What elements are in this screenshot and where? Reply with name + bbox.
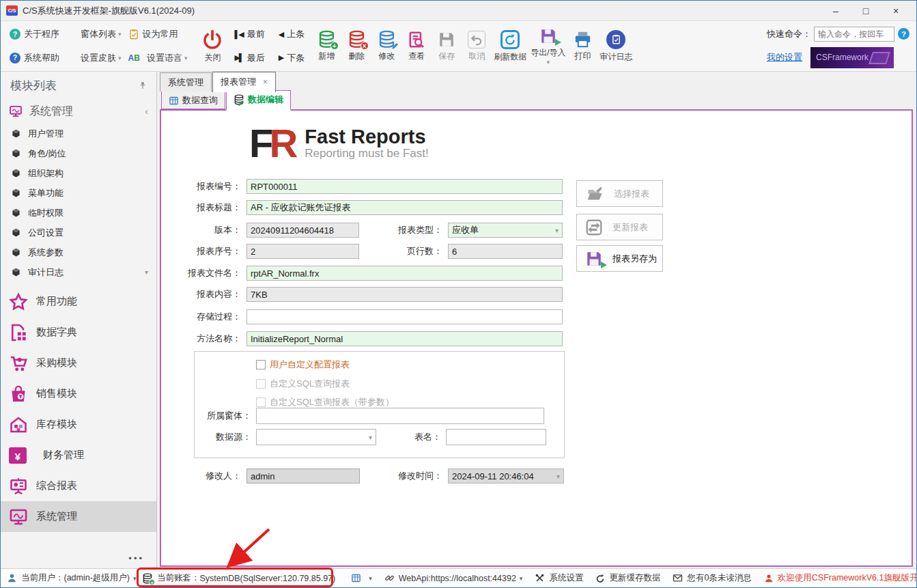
quick-command-label: 快速命令： xyxy=(767,28,811,40)
nav-last-button[interactable]: ▶▌ 最后 xyxy=(231,48,267,68)
save-button[interactable]: 保存 xyxy=(432,23,462,70)
nav-first-button[interactable]: ▌◀ 最前 xyxy=(231,24,267,44)
report-type-combo[interactable]: 应收单▾ xyxy=(448,223,563,238)
sidebar-item-menus[interactable]: 菜单功能 xyxy=(1,183,156,203)
user-icon xyxy=(7,573,17,583)
user-custom-report-checkbox[interactable] xyxy=(256,360,266,369)
welcome-text: 欢迎使用CSFrameworkV6.1旗舰版开发框架 xyxy=(778,572,917,584)
quick-command-help-icon[interactable]: ? xyxy=(898,28,909,40)
file-name-input[interactable] xyxy=(246,266,563,281)
save-report-as-button[interactable]: 报表另存为 xyxy=(576,245,663,272)
add-button[interactable]: + 新增 xyxy=(311,23,341,70)
custom-sql-report-checkbox[interactable] xyxy=(256,379,266,389)
cube-icon xyxy=(11,208,21,218)
module-label: 财务管理 xyxy=(43,449,84,462)
sidebar-item-organization[interactable]: 组织架构 xyxy=(1,163,156,183)
module-system-management[interactable]: 系统管理 xyxy=(1,501,156,532)
chevron-down-icon: ▾ xyxy=(184,55,188,61)
nav-prev-button[interactable]: ◀ 上条 xyxy=(276,24,307,44)
close-window-button[interactable]: × xyxy=(881,1,911,20)
star-icon xyxy=(9,292,28,311)
custom-sql-param-report-checkbox[interactable] xyxy=(256,397,266,407)
view-button[interactable]: 查看 xyxy=(401,23,432,70)
modified-by-input[interactable] xyxy=(246,468,360,484)
method-name-input[interactable] xyxy=(246,331,563,346)
current-account-label: 当前账套： xyxy=(157,572,200,584)
sidebar-item-company[interactable]: 公司设置 xyxy=(1,223,156,242)
chevron-left-icon[interactable]: ‹ xyxy=(145,106,148,117)
delete-button[interactable]: × 删除 xyxy=(341,23,371,70)
tab-system-management[interactable]: 系统管理 xyxy=(160,72,212,92)
module-purchase[interactable]: 采购模块 xyxy=(1,348,156,378)
sidebar-item-label: 菜单功能 xyxy=(28,187,64,199)
set-language-button[interactable]: AB 设置语言 ▾ xyxy=(125,51,191,66)
sidebar-item-label: 角色/岗位 xyxy=(28,148,66,160)
page-rows-input[interactable] xyxy=(448,244,563,259)
about-button[interactable]: ? 关于程序 xyxy=(6,27,63,42)
module-favorites[interactable]: 常用功能 xyxy=(1,286,156,317)
refresh-data-label: 刷新数据 xyxy=(494,51,526,63)
export-import-button[interactable]: 导出/导入 ▾ xyxy=(528,23,567,70)
form-list-button[interactable]: 窗体列表 ▾ xyxy=(63,27,125,42)
unread-messages-status[interactable]: 您有0条未读消息 xyxy=(666,569,757,587)
data-source-combo[interactable]: ▾ xyxy=(256,429,376,445)
my-settings-link[interactable]: 我的设置 xyxy=(767,51,802,64)
sidebar-item-users[interactable]: 用户管理 xyxy=(1,124,156,143)
module-finance[interactable]: ¥ 财务管理 xyxy=(1,440,156,471)
sidebar-item-label: 系统参数 xyxy=(28,247,64,259)
close-form-button[interactable]: 关闭 xyxy=(197,23,227,70)
report-no-input[interactable] xyxy=(246,179,563,194)
tab-report-management[interactable]: 报表管理 × xyxy=(212,72,276,92)
sidebar-item-temp-permission[interactable]: 临时权限 xyxy=(1,203,156,223)
pin-icon[interactable] xyxy=(139,81,147,90)
report-title-input[interactable] xyxy=(246,200,563,215)
language-ab-icon: AB xyxy=(128,53,140,63)
refresh-cache-button[interactable]: 更新缓存数据 xyxy=(589,569,666,587)
modify-button[interactable]: 修改 xyxy=(371,23,401,70)
module-sales[interactable]: 销售模块 xyxy=(1,378,156,409)
view-label: 查看 xyxy=(408,51,425,62)
subtab-data-edit[interactable]: 数据编辑 xyxy=(226,90,291,111)
report-seq-input[interactable] xyxy=(246,244,359,259)
sidebar-overflow-button[interactable]: ••• xyxy=(128,553,144,563)
minimize-button[interactable]: – xyxy=(821,1,851,20)
database-edit-icon xyxy=(234,94,244,105)
window-list-status-button[interactable]: ▾ xyxy=(341,569,378,587)
quick-command-input[interactable] xyxy=(814,27,894,42)
warehouse-icon xyxy=(9,415,28,434)
undo-icon xyxy=(468,31,485,48)
version-input[interactable] xyxy=(246,223,359,238)
report-content-input[interactable] xyxy=(246,287,563,302)
subtab-data-query[interactable]: 数据查询 xyxy=(161,91,225,109)
set-skin-button[interactable]: 设置皮肤 ▾ xyxy=(63,51,125,66)
webapi-status[interactable]: WebApi:https://localhost:44392 ▾ xyxy=(378,569,529,587)
current-account-status[interactable]: + 当前账套： SystemDB(SqlServer:120.79.85.97) xyxy=(136,569,341,587)
cancel-button[interactable]: 取消 xyxy=(462,23,492,70)
stored-proc-input[interactable] xyxy=(246,309,563,324)
set-favorite-button[interactable]: 设为常用 xyxy=(125,27,182,42)
sidebar-item-roles[interactable]: 角色/岗位 xyxy=(1,143,156,163)
nav-next-button[interactable]: ▶ 下条 xyxy=(276,48,307,68)
system-settings-button[interactable]: 系统设置 xyxy=(528,569,589,587)
update-report-button[interactable]: 更新报表 xyxy=(576,214,663,240)
tab-close-icon[interactable]: × xyxy=(263,77,268,87)
table-name-input[interactable] xyxy=(446,429,546,445)
modified-time-combo[interactable]: 2024-09-11 20:46:04▾ xyxy=(448,468,564,484)
current-user-status[interactable]: 当前用户：(admin-超级用户) ▾ xyxy=(1,569,136,587)
module-data-dictionary[interactable]: 数据字典 xyxy=(1,317,156,348)
module-inventory[interactable]: 库存模块 xyxy=(1,409,156,440)
mail-icon xyxy=(673,573,683,583)
audit-log-button[interactable]: 审计日志 xyxy=(597,23,634,70)
system-help-button[interactable]: ? 系统帮助 xyxy=(6,51,63,66)
maximize-button[interactable]: □ xyxy=(851,1,881,20)
sidebar-item-audit-log[interactable]: 审计日志 ▾ xyxy=(1,262,156,282)
form-list-label: 窗体列表 xyxy=(81,28,116,40)
select-report-button[interactable]: 选择报表 xyxy=(576,180,663,207)
owner-form-input[interactable] xyxy=(256,408,544,424)
module-reports[interactable]: 综合报表 xyxy=(1,471,156,501)
chevron-down-icon[interactable]: ▾ xyxy=(145,268,148,276)
refresh-data-button[interactable]: 刷新数据 xyxy=(492,23,528,70)
print-button[interactable]: 打印 xyxy=(567,23,597,70)
sidebar-item-parameters[interactable]: 系统参数 xyxy=(1,242,156,262)
sidebar-group-system[interactable]: 系统管理 ‹ xyxy=(1,99,156,124)
